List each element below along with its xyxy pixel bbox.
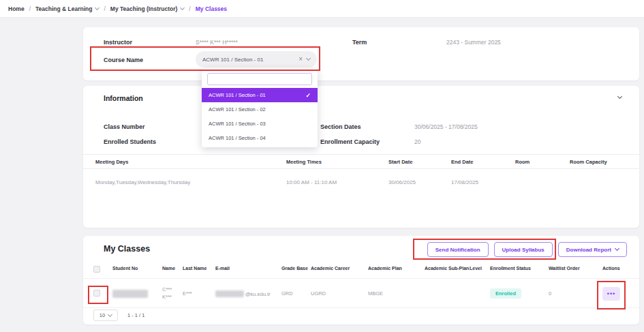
download-report-label: Download Report [566,247,611,253]
enrollment-status-header: Enrollment Status [490,266,531,271]
breadcrumb-teaching-learning[interactable]: Teaching & Learning [35,5,99,12]
enrolled-students-label: Enrolled Students [104,138,156,145]
clear-icon[interactable]: × [298,56,303,63]
dropdown-option-label: ACWR 101 / Section - 04 [209,135,266,141]
chevron-down-icon [615,246,619,251]
breadcrumb-my-teaching[interactable]: My Teaching (Instructor) [110,5,185,12]
academic-plan-header: Academic Plan [368,266,402,271]
meeting-table-header: Meeting Days Meeting Times Start Date En… [83,154,639,169]
dropdown-option-label: ACWR 101 / Section - 01 [209,92,266,98]
breadcrumb-separator: / [104,5,105,12]
end-date-value: 17/08/2025 [451,169,478,196]
meeting-days-header: Meeting Days [95,155,128,170]
chevron-down-icon [108,312,112,316]
meeting-days-value: Monday,Tuesday,Wednesday,Thursday [95,169,190,196]
table-row: C*** K*** E*** @ku.edu.tr GRD UGRD MBGE … [83,278,639,308]
breadcrumb: Home / Teaching & Learning / My Teaching… [0,0,644,18]
dropdown-option-section-03[interactable]: ACWR 101 / Section - 03 [202,117,318,131]
room-header: Room [515,155,530,170]
dropdown-option-section-01[interactable]: ACWR 101 / Section - 01 ✓ [202,88,318,102]
waitlist-order-value: 0 [549,290,551,297]
page-size-value: 10 [99,312,105,318]
send-notification-button[interactable]: Send Notification [427,242,489,257]
level-header: Level [470,266,482,271]
students-table-header: Student No Name Last Name E-mail Grade B… [83,266,639,277]
meeting-times-header: Meeting Times [286,155,322,170]
page-range: 1 - 1 / 1 [127,312,144,318]
course-filter-card: Instructor S**** K*** H***** Term 2243 -… [83,27,639,80]
instructor-label: Instructor [104,39,132,46]
row-checkbox[interactable] [93,290,100,297]
grade-base-header: Grade Base [281,266,308,271]
section-dates-value: 30/06/2025 - 17/08/2025 [414,123,478,130]
course-dropdown-panel: ACWR 101 / Section - 01 ✓ ACWR 101 / Sec… [202,69,318,147]
room-capacity-header: Room Capacity [570,155,607,170]
chevron-down-icon[interactable] [306,56,311,61]
course-name-label: Course Name [104,57,143,63]
chevron-down-icon [180,5,185,10]
email-redacted [215,290,244,297]
upload-syllabus-label: Upload Syllabus [502,247,545,253]
chevron-down-icon [95,5,99,10]
email-domain: @ku.edu.tr [245,291,271,297]
student-last-name: E*** [183,290,192,297]
student-name: C*** K*** [162,286,172,301]
start-date-value: 30/06/2025 [388,169,416,196]
name-header: Name [162,266,175,271]
pagination: 10 1 - 1 / 1 [93,310,144,321]
send-notification-label: Send Notification [435,247,480,253]
collapse-chevron-icon[interactable] [617,94,622,99]
breadcrumb-home[interactable]: Home [8,5,25,12]
term-label: Term [352,39,367,46]
breadcrumb-my-classes[interactable]: My Classes [196,5,227,12]
meeting-times-value: 10:00 AM - 11:10 AM [286,169,337,196]
dropdown-option-section-04[interactable]: ACWR 101 / Section - 04 [202,131,318,145]
breadcrumb-teaching-learning-label: Teaching & Learning [35,5,92,12]
download-report-button[interactable]: Download Report [558,242,627,257]
email-header: E-mail [215,266,230,271]
my-classes-actions: Send Notification Upload Syllabus Downlo… [427,242,627,257]
class-number-label: Class Number [104,123,145,130]
dropdown-option-label: ACWR 101 / Section - 02 [209,106,266,112]
academic-sub-plan-header: Academic Sub-Plan [425,266,469,271]
term-value: 2243 - Summer 2025 [446,39,501,46]
breadcrumb-separator: / [189,5,190,12]
screen: Home / Teaching & Learning / My Teaching… [0,0,644,332]
enrollment-capacity-label: Enrollment Capacity [320,138,380,145]
course-name-selected-value: ACWR 101 / Section - 01 [202,57,294,63]
row-actions-button[interactable]: ••• [602,287,620,301]
academic-plan-value: MBGE [368,290,383,297]
course-name-select[interactable]: ACWR 101 / Section - 01 × [196,51,317,67]
student-email: @ku.edu.tr [215,290,271,297]
my-classes-card: My Classes Send Notification Upload Syll… [83,236,639,325]
start-date-header: Start Date [388,155,412,170]
section-dates-label: Section Dates [320,123,361,130]
dropdown-option-label: ACWR 101 / Section - 03 [209,121,266,127]
student-name-line2: K*** [162,293,172,301]
academic-career-value: UGRD [311,290,326,297]
breadcrumb-my-teaching-label: My Teaching (Instructor) [110,5,178,12]
breadcrumb-home-label: Home [8,5,25,12]
enrollment-capacity-value: 20 [414,138,420,145]
ellipsis-icon: ••• [607,290,615,297]
page-size-select[interactable]: 10 [93,310,118,321]
student-no-redacted [112,290,148,298]
dropdown-search-input[interactable] [207,73,312,85]
breadcrumb-separator: / [29,5,31,12]
select-all-checkbox[interactable] [93,266,100,273]
student-no-header: Student No [112,266,138,271]
end-date-header: End Date [451,155,474,170]
last-name-header: Last Name [183,266,206,271]
dropdown-option-section-02[interactable]: ACWR 101 / Section - 02 [202,102,318,117]
instructor-value: S**** K*** H***** [196,39,238,46]
information-title: Information [104,94,143,102]
meeting-table-row: Monday,Tuesday,Wednesday,Thursday 10:00 … [83,169,639,196]
academic-career-header: Academic Career [311,266,350,271]
upload-syllabus-button[interactable]: Upload Syllabus [494,242,553,257]
my-classes-title: My Classes [104,244,150,254]
enrollment-status-badge: Enrolled [490,288,521,299]
grade-base-value: GRD [281,290,293,297]
student-name-line1: C*** [162,286,172,293]
breadcrumb-my-classes-label: My Classes [196,5,227,12]
check-icon: ✓ [305,92,311,99]
